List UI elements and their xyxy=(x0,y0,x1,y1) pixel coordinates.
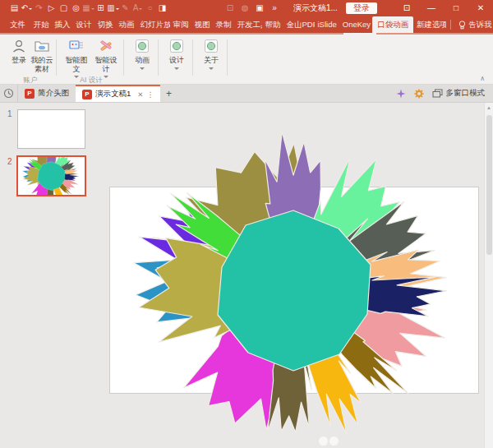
lock-icon[interactable]: ⊡ xyxy=(223,0,237,16)
ribbon-separator xyxy=(56,39,57,76)
menu-tab-审阅[interactable]: 审阅 xyxy=(170,16,191,33)
pinwheel-graphic[interactable] xyxy=(99,103,493,448)
menu-tabs: 文件开始插入设计切换动画幻灯片放映审阅视图录制开发工具帮助金山PDFiSlide… xyxy=(0,16,446,33)
maximize-button[interactable]: □ xyxy=(444,0,468,16)
pen-icon[interactable]: ✎ xyxy=(119,0,131,16)
plugin-animation-button[interactable]: 动画 xyxy=(130,38,154,72)
scroll-up-arrow[interactable]: ▲ xyxy=(485,104,493,113)
more-icon[interactable]: » xyxy=(267,0,282,16)
tell-me-label: 告诉我 xyxy=(468,20,492,30)
slide-1-thumbnail[interactable] xyxy=(17,109,85,149)
menu-tab-金山PDF[interactable]: 金山PDF xyxy=(283,16,315,33)
layers-icon[interactable]: ▣ xyxy=(252,0,267,16)
ppt-file-icon: P xyxy=(25,89,35,99)
save-icon[interactable]: ▤ xyxy=(8,0,21,16)
shape-layer xyxy=(99,103,493,448)
plugin-about-button[interactable]: 关于 xyxy=(199,38,223,72)
ppt-file-icon: P xyxy=(82,90,92,99)
minimize-button[interactable]: — xyxy=(419,0,444,16)
ribbon-separator xyxy=(227,39,228,76)
menu-tab-帮助[interactable]: 帮助 xyxy=(262,16,283,33)
menu-tab-设计[interactable]: 设计 xyxy=(73,16,94,33)
menu-tab-iSlide[interactable]: iSlide xyxy=(315,16,339,33)
scrollbar-thumb[interactable] xyxy=(486,115,492,255)
slide-2-number: 2 xyxy=(7,157,12,166)
my-cloud-assets-button[interactable]: 我的云素材 xyxy=(30,38,54,73)
watermark-dot xyxy=(329,436,339,446)
dropdown-caret xyxy=(174,67,179,72)
home-icon xyxy=(3,88,14,99)
title-status-icons: ⊡◍▣» xyxy=(223,0,282,16)
menu-tab-视图[interactable]: 视图 xyxy=(191,16,213,33)
collapse-ribbon-button[interactable]: ∧ xyxy=(480,75,485,82)
document-tab-presentation1[interactable]: P 演示文稿1 ✕ ⋮ xyxy=(76,85,160,102)
close-tab-icon[interactable]: ✕ xyxy=(137,90,143,99)
menu-tab-幻灯片放映[interactable]: 幻灯片放映 xyxy=(137,16,170,33)
menu-tab-开始[interactable]: 开始 xyxy=(30,16,52,33)
sound-icon[interactable]: ◍ xyxy=(237,0,252,16)
shape-icon[interactable]: ○ xyxy=(144,0,156,16)
table-icon[interactable]: ▦ xyxy=(82,0,94,16)
menu-tab-口袋动画[interactable]: 口袋动画 xyxy=(372,16,413,33)
menu-tab-切换[interactable]: 切换 xyxy=(94,16,116,33)
dropdown-caret xyxy=(140,67,145,72)
undo-icon[interactable]: ↶ xyxy=(21,0,33,16)
watermark-dot xyxy=(319,436,328,446)
menu-tab-插入[interactable]: 插入 xyxy=(52,16,73,33)
menu-tab-OneKey[interactable]: OneKey xyxy=(339,16,372,33)
tab-options-icon[interactable]: ⋮ xyxy=(146,90,154,99)
ribbon-separator xyxy=(158,39,159,76)
window-controls: ⊡—□✕ xyxy=(394,0,493,16)
vertical-scrollbar[interactable]: ▲ xyxy=(484,103,493,448)
menu-tab-新建选项卡[interactable]: 新建选项卡 xyxy=(413,16,446,33)
slide-1-number: 1 xyxy=(7,109,12,118)
screen-icon[interactable]: ◨ xyxy=(156,0,168,16)
menu-separator xyxy=(450,20,451,30)
multi-window-mode-button[interactable]: 多窗口模式 xyxy=(432,88,486,99)
menu-bar: 文件开始插入设计切换动画幻灯片放映审阅视图录制开发工具帮助金山PDFiSlide… xyxy=(0,16,493,33)
grid-icon[interactable]: ⊞ xyxy=(94,0,107,16)
dropdown-caret xyxy=(139,8,142,12)
cloud-folder-icon xyxy=(34,38,50,54)
tell-me-button[interactable]: 告诉我 xyxy=(458,20,492,30)
dropdown-caret xyxy=(209,67,214,72)
smart-design-icon xyxy=(98,38,114,54)
magic-wand-icon[interactable] xyxy=(396,89,406,99)
print-icon[interactable]: ▥ xyxy=(107,0,119,16)
print-preview-icon[interactable]: ◎ xyxy=(70,0,82,16)
lightbulb-icon xyxy=(458,21,466,30)
redo-icon[interactable]: ↷ xyxy=(33,0,45,16)
plugin-about-icon xyxy=(204,38,219,54)
new-document-icon[interactable]: ▢ xyxy=(58,0,70,16)
workspace: 1 2 ▲ xyxy=(0,103,493,448)
ribbon-separator xyxy=(192,39,193,76)
slide-2-thumbnail[interactable] xyxy=(16,155,86,196)
slide-2-thumbnail-shape xyxy=(18,157,85,195)
smart-graphics-icon xyxy=(68,38,85,54)
menu-tab-录制[interactable]: 录制 xyxy=(213,16,234,33)
window-title: 演示文稿1... xyxy=(293,2,338,14)
login-button[interactable]: 登录 xyxy=(346,2,377,14)
settings-gear-icon[interactable] xyxy=(414,89,424,99)
ribbon: 登录 我的云素材 账户 智能图文 智能设计 AI 设计 动画 设计 xyxy=(0,33,493,85)
document-tab-bar: P 简介头图 P 演示文稿1 ✕ ⋮ + 多窗口模式 xyxy=(0,85,493,103)
home-button[interactable] xyxy=(0,85,18,102)
document-tab-intro[interactable]: P 简介头图 xyxy=(18,85,76,102)
smart-graphics-button[interactable]: 智能图文 xyxy=(62,38,90,81)
ribbon-separator xyxy=(123,39,124,76)
person-icon xyxy=(12,38,26,54)
menu-tab-开发工具[interactable]: 开发工具 xyxy=(234,16,262,33)
plugin-design-icon xyxy=(169,38,184,54)
multi-window-icon xyxy=(432,89,443,98)
switch-view-button[interactable]: ⊡ xyxy=(394,0,419,16)
quick-access-toolbar: ▤↶↷▷▢◎▦⊞▥✎A○◨ xyxy=(0,0,168,16)
plugin-design-button[interactable]: 设计 xyxy=(164,38,189,72)
menu-tab-文件[interactable]: 文件 xyxy=(5,16,30,33)
close-button[interactable]: ✕ xyxy=(468,0,493,16)
dropdown-caret xyxy=(29,8,32,12)
menu-tab-动画[interactable]: 动画 xyxy=(116,16,137,33)
smart-design-button[interactable]: 智能设计 xyxy=(92,38,120,81)
new-tab-button[interactable]: + xyxy=(160,85,177,102)
slideshow-play-icon[interactable]: ▷ xyxy=(45,0,58,16)
font-color-icon[interactable]: A xyxy=(131,0,144,16)
